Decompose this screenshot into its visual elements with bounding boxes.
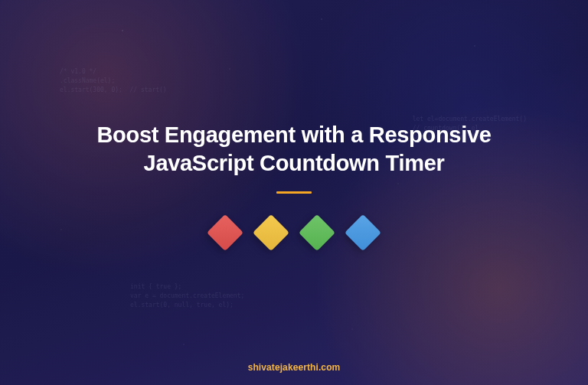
- title-line-2: JavaScript Countdown Timer: [61, 149, 527, 178]
- diamond-icon-yellow: [253, 214, 289, 251]
- diamond-icon-blue: [345, 214, 381, 251]
- title-underline-accent: [276, 191, 312, 194]
- page-title: Boost Engagement with a Responsive JavaS…: [61, 121, 527, 178]
- diamond-icon-green: [299, 214, 335, 251]
- footer-site-link[interactable]: shivatejakeerthi.com: [0, 362, 588, 373]
- hero-section: Boost Engagement with a Responsive JavaS…: [0, 121, 588, 246]
- diamond-row: [61, 220, 527, 246]
- title-line-1: Boost Engagement with a Responsive: [96, 122, 491, 147]
- diamond-icon-red: [207, 214, 243, 251]
